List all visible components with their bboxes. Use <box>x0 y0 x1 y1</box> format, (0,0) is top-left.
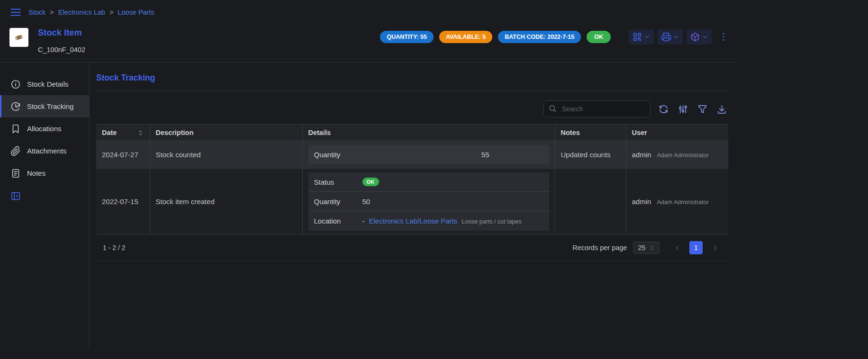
column-header-details[interactable]: Details <box>302 125 555 141</box>
cell-user: admin Adam Administrator <box>626 169 728 235</box>
sidebar-item-label: Stock Tracking <box>27 102 73 110</box>
header-left: Stock Item C_100nF_0402 <box>9 28 85 54</box>
detail-label: Location <box>314 217 362 225</box>
records-per-page-label: Records per page <box>572 244 627 251</box>
filter-icon <box>697 104 708 115</box>
breadcrumb: Stock > Electronics Lab > Loose Parts <box>28 9 154 16</box>
status-ok-badge: OK <box>362 178 379 186</box>
detail-value: 55 <box>362 151 489 159</box>
breadcrumb-link-loose-parts[interactable]: Loose Parts <box>118 9 154 16</box>
stock-actions-button[interactable] <box>687 29 712 45</box>
selector-icon <box>649 245 655 251</box>
chevron-down-icon <box>702 34 708 40</box>
filter-button[interactable] <box>696 103 709 116</box>
barcode-actions-button[interactable] <box>629 29 654 45</box>
table-footer: 1 - 2 / 2 Records per page 25 1 <box>96 235 728 261</box>
page-1-button[interactable]: 1 <box>689 241 703 254</box>
refresh-icon <box>658 104 669 115</box>
page-header: Stock Item C_100nF_0402 QUANTITY: 55 AVA… <box>0 20 737 62</box>
sidebar-item-attachments[interactable]: Attachments <box>0 140 89 162</box>
breadcrumb-separator: > <box>50 9 54 16</box>
cell-details: Status OK Quantity 50 Location - <box>302 169 555 235</box>
location-description: Loose parts / cut tapes <box>461 218 521 225</box>
main-panel: Stock Tracking <box>90 63 737 349</box>
table-settings-button[interactable] <box>677 103 689 116</box>
detail-label: Quantity <box>314 197 362 206</box>
quantity-badge: QUANTITY: 55 <box>380 31 434 43</box>
app-root: Stock > Electronics Lab > Loose Parts St… <box>0 0 737 349</box>
previous-page-button[interactable] <box>670 241 684 254</box>
cell-date: 2022-07-15 <box>96 169 150 235</box>
batch-code-badge: BATCH CODE: 2022-7-15 <box>498 31 581 43</box>
column-header-date[interactable]: Date <box>96 125 150 141</box>
location-link[interactable]: Electronics Lab/Loose Parts <box>369 217 458 225</box>
detail-label: Quantity <box>314 151 362 159</box>
sort-icon <box>137 129 144 136</box>
bookmark-icon <box>10 124 21 134</box>
cell-description: Stock counted <box>150 141 302 169</box>
stock-tracking-table: Date Description Details Notes User 2024… <box>96 124 728 235</box>
available-badge: AVAILABLE: 5 <box>439 31 492 43</box>
sidebar: Stock Details Stock Tracking Allocations… <box>0 63 90 349</box>
cell-user: admin Adam Administrator <box>626 141 728 169</box>
sidebar-collapse-button[interactable] <box>10 191 21 201</box>
user-fullname: Adam Administrator <box>657 199 709 206</box>
sidebar-item-label: Stock Details <box>27 80 69 88</box>
content: Stock Details Stock Tracking Allocations… <box>0 62 737 349</box>
sidebar-collapse-icon <box>10 191 21 201</box>
download-icon <box>716 104 727 115</box>
cell-date: 2024-07-27 <box>96 141 150 169</box>
package-icon <box>690 32 700 42</box>
column-header-description[interactable]: Description <box>150 125 302 141</box>
breadcrumb-link-stock[interactable]: Stock <box>28 9 45 16</box>
sidebar-item-label: Allocations <box>27 125 62 133</box>
header-actions <box>629 29 730 45</box>
table-header-row: Date Description Details Notes User <box>96 125 728 141</box>
search-input[interactable] <box>543 100 651 117</box>
detail-row-quantity: Quantity 50 <box>308 192 549 211</box>
next-page-button[interactable] <box>708 241 722 254</box>
pagination-controls: Records per page 25 1 <box>572 241 722 254</box>
info-icon <box>10 79 21 90</box>
detail-label: Status <box>314 178 362 186</box>
print-actions-button[interactable] <box>658 29 683 45</box>
records-per-page-select[interactable]: 25 <box>633 242 660 254</box>
sidebar-item-stock-details[interactable]: Stock Details <box>0 73 89 95</box>
paperclip-icon <box>10 146 21 156</box>
sidebar-item-notes[interactable]: Notes <box>0 162 89 184</box>
records-per-page-value: 25 <box>638 244 645 251</box>
stock-item-thumbnail[interactable] <box>9 28 28 47</box>
location-prefix: - <box>362 217 365 225</box>
divider <box>96 90 728 91</box>
cell-description: Stock item created <box>150 169 302 235</box>
status-ok-badge: OK <box>587 31 611 43</box>
more-options-button[interactable] <box>717 30 730 44</box>
hamburger-icon <box>9 6 22 18</box>
notes-icon <box>10 168 21 179</box>
record-range: 1 - 2 / 2 <box>103 244 125 251</box>
printer-icon <box>661 32 671 42</box>
breadcrumb-link-electronics-lab[interactable]: Electronics Lab <box>58 9 105 16</box>
column-header-notes[interactable]: Notes <box>555 125 626 141</box>
breadcrumb-separator: > <box>109 9 113 16</box>
menu-button[interactable] <box>9 6 22 18</box>
download-button[interactable] <box>715 103 728 116</box>
sidebar-item-stock-tracking[interactable]: Stock Tracking <box>0 95 89 117</box>
user-fullname: Adam Administrator <box>657 152 709 159</box>
detail-value: 50 <box>362 197 371 206</box>
chevron-down-icon <box>644 34 651 40</box>
qrcode-icon <box>632 32 642 42</box>
panel-title: Stock Tracking <box>96 73 728 83</box>
adjustments-icon <box>678 104 688 115</box>
table-toolbar <box>96 100 728 117</box>
cell-notes <box>555 169 626 235</box>
pager: 1 <box>670 241 722 254</box>
search-icon <box>548 104 557 113</box>
title-block: Stock Item C_100nF_0402 <box>38 28 85 54</box>
history-icon <box>10 101 21 112</box>
chevron-left-icon <box>673 244 681 252</box>
refresh-button[interactable] <box>657 103 670 116</box>
component-image <box>12 31 26 44</box>
sidebar-item-allocations[interactable]: Allocations <box>0 117 89 140</box>
column-header-user[interactable]: User <box>626 125 728 141</box>
